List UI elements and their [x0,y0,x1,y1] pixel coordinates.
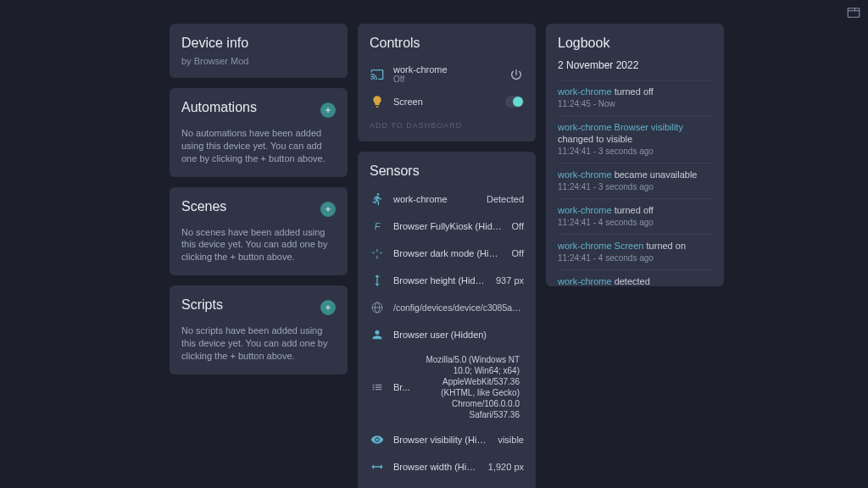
svg-rect-0 [848,8,860,18]
sensor-row[interactable]: F Browser FullyKiosk (Hidden) Off [370,213,524,240]
control-label: work-chrome [393,64,500,75]
width-icon [370,459,385,474]
logbook-entry[interactable]: work-chrome Screen turned on 11:24:41 - … [558,234,712,269]
fullykiosk-icon: F [370,219,385,234]
scenes-empty-text: No scenes have been added using this dev… [181,226,336,264]
add-scene-button[interactable] [320,202,336,217]
window-icon [846,5,861,23]
controls-add-dashboard-link[interactable]: ADD TO DASHBOARD [370,114,524,130]
log-entity-link[interactable]: work-chrome [558,276,612,286]
automations-card: Automations No automations have been add… [170,88,348,177]
device-info-subtitle: by Browser Mod [181,56,336,66]
globe-icon [370,300,385,315]
screen-toggle[interactable] [505,96,524,108]
sensor-row[interactable]: Browser visibility (Hidden) visible [370,426,524,453]
log-entity-link[interactable]: work-chrome [558,205,612,215]
automations-title: Automations [181,100,257,115]
sensor-label: work-chrome [393,194,478,204]
log-entity-link[interactable]: work-chrome Screen [558,241,643,251]
sensor-label: Br... [393,382,414,392]
sensor-label: Browser visibility (Hidden) [393,435,489,445]
scripts-empty-text: No scripts have been added using this de… [181,324,336,363]
sensor-value: Off [512,220,524,232]
add-script-button[interactable] [320,300,336,315]
sensor-row[interactable]: Br... Mozilla/5.0 (Windows NT 10.0; Win6… [370,348,524,426]
sensor-row[interactable]: /config/devices/device/c3085a0c7861 [370,294,524,321]
logbook-title: Logbook [558,36,712,51]
log-text: became unavailable [612,169,698,180]
logbook-entry[interactable]: work-chrome detected 11:24:41 - 4 second… [558,269,712,286]
log-time: 11:24:45 - Now [558,99,712,108]
height-icon [370,273,385,288]
log-time: 11:24:41 - 4 seconds ago [558,218,712,227]
add-automation-button[interactable] [320,103,336,118]
log-text: turned off [612,205,654,215]
cast-icon [370,67,385,82]
scenes-title: Scenes [181,199,226,214]
run-icon [370,191,385,207]
user-icon [370,327,385,342]
logbook-entry[interactable]: work-chrome turned off 11:24:41 - 4 seco… [558,198,712,234]
device-info-card: Device info by Browser Mod [170,24,348,78]
eye-icon [370,432,385,447]
sensor-label: Browser height (Hidden) [393,275,487,286]
sensor-row[interactable]: Browser user (Hidden) [370,321,524,348]
sensor-label: Browser FullyKiosk (Hidden) [393,221,504,231]
automations-empty-text: No automations have been added using thi… [181,127,336,165]
sensors-title: Sensors [370,164,524,179]
sensor-value: visible [498,434,524,446]
log-text: turned on [643,241,686,251]
sensors-add-dashboard-link[interactable]: ADD TO DASHBOARD [370,480,524,488]
sensor-label: /config/devices/device/c3085a0c7861 [393,302,524,313]
log-entity-link[interactable]: work-chrome [558,86,612,97]
sensor-value: Detected [487,193,524,205]
sensor-value: 937 px [496,274,524,286]
log-text: turned off [612,86,654,97]
control-row-screen[interactable]: Screen [370,89,524,114]
logbook-card: Logbook 2 November 2022 work-chrome turn… [546,24,724,286]
sensor-value: Mozilla/5.0 (Windows NT 10.0; Win64; x64… [422,354,520,420]
log-time: 11:24:41 - 3 seconds ago [558,182,712,191]
dark-mode-icon [370,246,385,261]
sensors-card: Sensors work-chrome Detected F Browser F… [358,152,536,488]
logbook-entry[interactable]: work-chrome became unavailable 11:24:41 … [558,163,712,198]
power-icon[interactable] [509,67,524,82]
sensor-label: Browser user (Hidden) [393,330,524,340]
sensor-row[interactable]: Browser dark mode (Hidden) Off [370,240,524,267]
device-info-title: Device info [181,36,336,51]
log-time: 11:24:41 - 4 seconds ago [558,253,712,263]
controls-card: Controls work-chrome Off Screen ADD TO D… [358,24,536,141]
control-label: Screen [393,97,497,107]
sensor-value: Off [512,247,524,259]
logbook-entry[interactable]: work-chrome Browser visibility changed t… [558,115,712,163]
scripts-card: Scripts No scripts have been added using… [170,286,348,374]
sensor-label: Browser dark mode (Hidden) [393,248,504,258]
logbook-date: 2 November 2022 [558,56,712,80]
log-time: 11:24:41 - 3 seconds ago [558,147,712,156]
log-entity-link[interactable]: work-chrome [558,169,612,180]
sensor-value: 1,920 px [488,461,524,473]
log-text: changed to visible [558,134,632,144]
control-row-cast[interactable]: work-chrome Off [370,59,524,89]
lightbulb-icon [370,94,385,109]
logbook-entry[interactable]: work-chrome turned off 11:24:45 - Now [558,80,712,115]
controls-title: Controls [370,36,524,51]
log-text: detected [612,276,650,286]
sensor-label: Browser width (Hidden) [393,462,480,472]
sensor-row[interactable]: Browser width (Hidden) 1,920 px [370,453,524,480]
sensor-row[interactable]: work-chrome Detected [370,186,524,213]
scenes-card: Scenes No scenes have been added using t… [170,187,348,276]
sensor-row[interactable]: Browser height (Hidden) 937 px [370,267,524,294]
scripts-title: Scripts [181,297,223,313]
list-icon [370,380,385,395]
log-entity-link[interactable]: work-chrome Browser visibility [558,122,683,132]
control-sublabel: Off [393,75,500,84]
